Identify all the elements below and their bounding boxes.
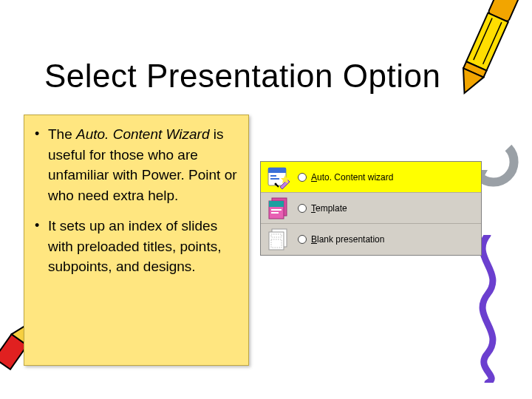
swirl-decoration [464,235,511,383]
radio-icon[interactable] [298,235,307,244]
bullet-text-pre: The [48,126,76,142]
svg-rect-19 [271,209,282,211]
option-label: Auto. Content wizard [311,172,393,183]
svg-rect-11 [268,168,286,173]
radio-group-item[interactable]: Template [298,203,477,214]
crayon-decoration [452,0,519,105]
radio-group-item[interactable]: Auto. Content wizard [298,172,477,183]
new-presentation-options: Auto. Content wizard Template [260,161,482,256]
slide: Select Presentation Option • The Auto. C… [0,0,532,399]
bullet-text: The Auto. Content Wizard is useful for t… [48,124,238,205]
page-title: Select Presentation Option [44,58,440,95]
option-autocontent-wizard[interactable]: Auto. Content wizard [261,162,481,193]
svg-rect-12 [270,175,276,177]
wizard-icon [265,165,292,190]
blank-presentation-icon [265,227,292,252]
bullet-text-pre: It sets up an index of slides with prelo… [48,218,221,274]
radio-icon[interactable] [298,173,307,182]
option-label: Template [311,203,347,214]
bullet-item: • The Auto. Content Wizard is useful for… [35,124,238,205]
bullet-item: • It sets up an index of slides with pre… [35,216,238,277]
bullet-text: It sets up an index of slides with prelo… [48,216,238,277]
radio-group-item[interactable]: Blank presentation [298,234,477,245]
svg-rect-1 [466,13,508,71]
bullet-dot: • [35,216,48,277]
svg-rect-20 [271,212,279,214]
content-callout: • The Auto. Content Wizard is useful for… [24,115,249,366]
bullet-dot: • [35,124,48,205]
svg-rect-13 [270,178,279,180]
bullet-text-em: Auto. Content Wizard [76,126,209,142]
template-icon [265,196,292,221]
option-template[interactable]: Template [261,193,481,224]
svg-point-15 [275,183,277,185]
option-label: Blank presentation [311,234,384,245]
svg-rect-18 [269,201,284,207]
option-blank-presentation[interactable]: Blank presentation [261,224,481,255]
radio-icon[interactable] [298,204,307,213]
